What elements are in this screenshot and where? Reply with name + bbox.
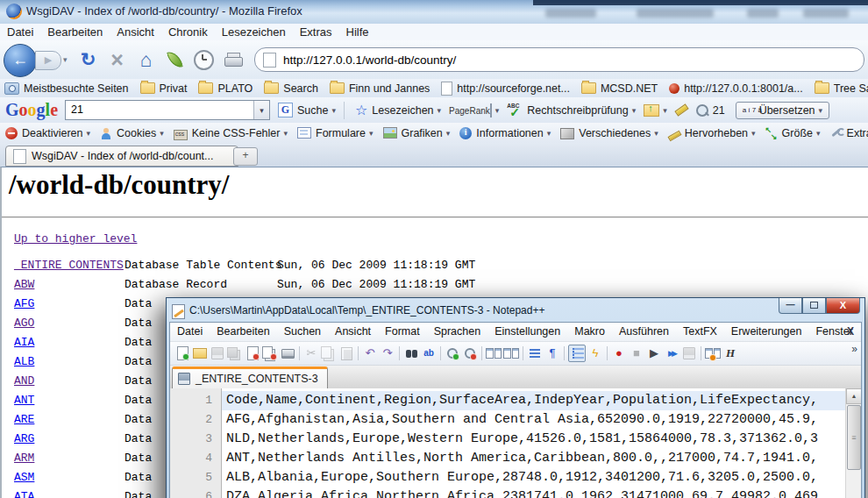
forward-button[interactable]: ▶ <box>35 51 61 70</box>
google-button-pagerank[interactable]: PageRank▾ <box>449 104 499 117</box>
macro-record-icon[interactable]: ● <box>611 345 627 361</box>
webdev-informationen[interactable]: Informationen▾ <box>459 127 551 139</box>
npp-menu-item-bearbeiten[interactable]: Bearbeiten <box>210 323 276 338</box>
entry-link-arg[interactable]: ARG <box>14 432 34 445</box>
webdev-keine-css-fehler[interactable]: Keine CSS-Fehler▾ <box>174 127 288 139</box>
document-close-icon[interactable]: X <box>847 325 854 338</box>
word-wrap-icon[interactable] <box>527 345 543 361</box>
entry-link-and[interactable]: AND <box>14 374 34 388</box>
entry-link-aia[interactable]: AIA <box>14 336 34 349</box>
menu-item-chronik[interactable]: Chronik <box>161 24 215 39</box>
save-icon[interactable] <box>210 345 225 361</box>
dropdown-icon[interactable]: ▾ <box>819 106 823 115</box>
code-line[interactable]: ALB,Albania,Europe,Southern Europe,28748… <box>222 468 845 487</box>
toolbar-overflow-icon[interactable]: » <box>851 343 857 355</box>
scrollbar-thumb[interactable]: ≡ <box>847 405 861 470</box>
menu-item-bearbeiten[interactable]: Bearbeiten <box>40 24 110 39</box>
google-button-lesezeichen[interactable]: ☆Lesezeichen▾ <box>355 104 441 117</box>
entry-link-abw[interactable]: ABW <box>14 278 34 291</box>
google-search-box[interactable]: 21 ▾ <box>65 100 270 120</box>
entry-link-ago[interactable]: AGO <box>14 317 34 330</box>
entry-link-alb[interactable]: ALB <box>14 355 34 368</box>
up-to-higher-level-link[interactable]: Up to higher level <box>14 232 137 245</box>
paste-icon[interactable] <box>338 345 354 361</box>
webdev-deaktivieren[interactable]: Deaktivieren▾ <box>5 127 90 139</box>
bookmark-item[interactable]: PLATO <box>198 82 253 95</box>
dropdown-icon[interactable]: ▾ <box>495 106 500 115</box>
webdev-gr-e[interactable]: Größe▾ <box>765 127 821 139</box>
bookmark-item[interactable]: http://sourceforge.net... <box>441 82 570 96</box>
close-all-icon[interactable] <box>262 345 278 361</box>
macro-save-icon[interactable] <box>681 345 697 361</box>
webdev-extras[interactable]: Extras▾ <box>830 127 868 139</box>
dropdown-icon[interactable]: ▾ <box>86 129 90 138</box>
entry-link-_entire_contents[interactable]: _ENTIRE_CONTENTS <box>14 259 124 272</box>
webdev-grafiken[interactable]: Grafiken▾ <box>383 127 451 139</box>
dropdown-icon[interactable]: ▾ <box>816 129 821 138</box>
stop-button[interactable]: × <box>103 42 132 77</box>
minimize-button[interactable]: — <box>779 298 802 314</box>
npp-menu-item-?[interactable]: ? <box>860 323 862 338</box>
dropdown-icon[interactable]: ▾ <box>283 129 288 138</box>
sage-feed-button[interactable] <box>160 42 189 77</box>
entry-link-asm[interactable]: ASM <box>14 471 34 484</box>
npp-menu-item-ausf-hren[interactable]: Ausführen <box>612 323 676 338</box>
npp-menu-item-makro[interactable]: Makro <box>567 323 612 338</box>
google-button-rechtschreibpr-fung[interactable]: Rechtschreibprüfung▾ <box>507 103 636 117</box>
macro-run-multiple-icon[interactable]: ▶▶ <box>664 345 679 361</box>
dropdown-icon[interactable]: ▾ <box>654 129 658 138</box>
entry-link-afg[interactable]: AFG <box>14 297 34 310</box>
undo-icon[interactable]: ↶ <box>362 345 378 361</box>
zoom-out-icon[interactable] <box>462 345 478 361</box>
restore-button[interactable] <box>802 298 826 314</box>
bookmark-item[interactable]: Privat <box>140 82 188 95</box>
macro-stop-icon[interactable]: ■ <box>629 345 644 361</box>
bookmark-item[interactable]: MCSD.NET <box>581 82 658 95</box>
redo-icon[interactable]: ↷ <box>380 345 395 361</box>
webdev-formulare[interactable]: Formulare▾ <box>297 127 374 139</box>
dropdown-icon[interactable]: ▾ <box>438 106 442 115</box>
google-button-highlighter[interactable] <box>675 107 688 113</box>
scroll-up-arrow-icon[interactable]: ▲ <box>846 388 862 404</box>
indent-guide-icon[interactable] <box>568 345 586 362</box>
dropdown-icon[interactable]: ▾ <box>632 106 637 115</box>
print-icon[interactable] <box>280 345 295 361</box>
dropdown-icon[interactable]: ▾ <box>331 106 336 115</box>
show-all-characters-icon[interactable]: ¶ <box>544 345 560 361</box>
dropdown-icon[interactable]: ▾ <box>751 129 756 138</box>
npp-menu-item-suchen[interactable]: Suchen <box>277 323 328 338</box>
document-tab[interactable]: _ENTIRE_CONTENTS-3 <box>172 366 328 388</box>
view-in-html-icon[interactable]: H <box>722 345 738 361</box>
macro-play-icon[interactable]: ▶ <box>646 345 662 361</box>
entry-link-arm[interactable]: ARM <box>14 452 34 465</box>
history-dropdown-icon[interactable]: ▾ <box>63 55 68 64</box>
dropdown-icon[interactable]: ▾ <box>369 129 374 138</box>
menu-item-extras[interactable]: Extras <box>293 24 339 39</box>
history-clock-button[interactable] <box>189 42 218 77</box>
save-all-icon[interactable] <box>227 345 243 361</box>
url-bar[interactable]: http://127.0.0.1/world-db/country/ <box>254 47 864 72</box>
npp-menu-item-sprachen[interactable]: Sprachen <box>427 323 488 338</box>
bookmark-item[interactable]: Meistbesuchte Seiten <box>4 82 129 95</box>
menu-item-ansicht[interactable]: Ansicht <box>110 24 161 39</box>
replace-icon[interactable]: ab <box>421 345 437 361</box>
code-line[interactable]: DZA,Algeria,Africa,Northern Africa,23817… <box>222 487 845 498</box>
google-button--bersetzen[interactable]: a í 7 äÜbersetzen▾ <box>736 102 829 119</box>
vertical-scrollbar[interactable]: ▲ ≡ <box>845 388 861 498</box>
dropdown-icon[interactable]: ▾ <box>663 106 667 115</box>
entry-link-ata[interactable]: ATA <box>14 490 34 498</box>
npp-menu-item-datei[interactable]: Datei <box>170 323 210 338</box>
zoom-in-icon[interactable] <box>445 345 460 361</box>
close-button[interactable]: X <box>826 298 860 314</box>
bookmark-item[interactable]: Tree Samples <box>815 82 868 95</box>
code-area[interactable]: Code,Name,Continent,Region,SurfaceArea,I… <box>222 388 845 498</box>
menu-item-hilfe[interactable]: Hilfe <box>339 24 376 39</box>
entry-link-are[interactable]: ARE <box>14 413 34 426</box>
npp-menu-item-erweiterungen[interactable]: Erweiterungen <box>724 323 809 338</box>
bookmark-item[interactable]: Finn und Jannes <box>330 82 430 95</box>
code-line[interactable]: NLD,Netherlands,Europe,Western Europe,41… <box>222 430 845 449</box>
bookmark-item[interactable]: http://127.0.0.1:8001/a... <box>669 82 803 95</box>
find-icon[interactable] <box>403 345 419 361</box>
dropdown-icon[interactable]: ▾ <box>446 129 451 138</box>
url-text[interactable]: http://127.0.0.1/world-db/country/ <box>283 53 456 67</box>
